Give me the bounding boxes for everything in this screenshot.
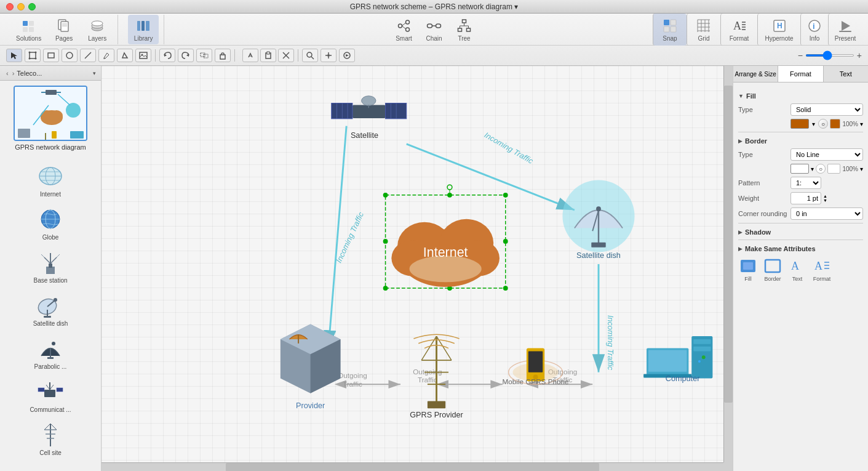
pen-tool[interactable] (98, 49, 114, 62)
clear-style-tool[interactable] (278, 49, 294, 62)
redo-tool[interactable] (178, 49, 194, 62)
border-section-header[interactable]: ▶ Border (738, 137, 863, 145)
svg-rect-29 (664, 20, 669, 25)
main-canvas[interactable]: Incoming Traffic Incoming Traffic Incomi… (102, 66, 733, 471)
vertical-scrollbar[interactable] (723, 66, 733, 462)
solutions-button[interactable]: Solutions (11, 15, 46, 44)
zoom-out-button[interactable]: − (798, 50, 803, 60)
svg-rect-51 (839, 31, 851, 32)
svg-rect-23 (458, 28, 462, 31)
ellipse-tool[interactable] (62, 49, 78, 62)
border-gradient-bar[interactable] (827, 164, 840, 174)
group-tool[interactable] (196, 49, 212, 62)
line-tool[interactable] (80, 49, 96, 62)
back-arrow[interactable]: ‹ (5, 68, 10, 78)
diagram-thumbnail[interactable] (14, 86, 87, 141)
fill-opacity-label: 100% (842, 121, 858, 127)
sidebar-item-parabolic[interactable]: Parabolic ... (0, 331, 101, 374)
fill-gradient-circle[interactable]: ○ (818, 119, 828, 129)
sidebar-item-base-station[interactable]: Base station (0, 244, 101, 288)
grid-button[interactable]: Grid (687, 14, 720, 46)
make-same-arrow: ▶ (738, 246, 743, 252)
image-tool[interactable] (135, 49, 151, 62)
corner-rounding-label: Corner rounding (738, 210, 790, 217)
layers-button[interactable]: Layers (82, 15, 113, 44)
shadow-section-header[interactable]: ▶ Shadow (738, 228, 863, 236)
border-color-swatch[interactable] (790, 164, 809, 174)
sidebar-item-cell-site[interactable]: Cell site (0, 417, 101, 460)
app-layout: ‹ › Teleco... ▾ (0, 66, 868, 471)
panel-dropdown-arrow[interactable]: ▾ (93, 70, 96, 76)
forward-arrow[interactable]: › (11, 68, 16, 78)
fill-type-control: Solid Linear Radial None (790, 103, 863, 116)
shadow-section-title: Shadow (745, 228, 771, 236)
make-same-text[interactable]: A Text (787, 257, 807, 282)
maximize-button[interactable] (28, 3, 36, 10)
separator3 (298, 49, 298, 62)
tab-text[interactable]: Text (824, 66, 868, 82)
svg-line-60 (85, 52, 91, 58)
make-same-section-header[interactable]: ▶ Make Same Attributes (738, 245, 863, 252)
tab-format[interactable]: Format (778, 66, 823, 82)
border-type-label: Type (738, 151, 790, 158)
zoom-in-button[interactable]: + (857, 50, 862, 60)
library-label: Library (134, 35, 153, 42)
make-same-fill-label: Fill (744, 276, 752, 282)
border-gradient-circle[interactable]: ○ (816, 164, 826, 174)
fill-section-header[interactable]: ▼ Fill (738, 92, 863, 100)
horizontal-scrollbar[interactable] (102, 462, 723, 471)
fill-dropdown-arrow[interactable]: ▾ (811, 119, 816, 129)
search-tool[interactable] (302, 49, 318, 62)
weight-input[interactable] (790, 192, 821, 204)
present-button[interactable]: Present (828, 14, 862, 46)
fill-opacity-arrow[interactable]: ▾ (860, 121, 863, 127)
sidebar-item-globe[interactable]: Globe (0, 201, 101, 244)
paste-style-tool[interactable] (260, 49, 276, 62)
weight-spinner[interactable]: ▲ ▼ (823, 194, 827, 203)
sidebar-item-communicat[interactable]: Communicat ... (0, 374, 101, 417)
resize-tool[interactable] (25, 49, 41, 62)
fill-color-row: ▾ ○ 100% ▾ (738, 119, 863, 129)
sidebar-item-antenna[interactable]: Antenna (0, 460, 101, 471)
undo-tool[interactable] (159, 49, 175, 62)
close-button[interactable] (6, 3, 14, 10)
rect-tool[interactable] (43, 49, 59, 62)
make-same-fill[interactable]: Fill (738, 257, 758, 282)
weight-spin-up[interactable]: ▲ (823, 194, 827, 198)
pages-button[interactable]: Pages (49, 15, 79, 44)
make-same-format[interactable]: A Format (812, 257, 832, 282)
format-button[interactable]: A Format (720, 14, 757, 46)
sidebar-item-internet[interactable]: Internet (0, 158, 101, 201)
hypernote-button[interactable]: H Hypernote (757, 14, 800, 46)
border-type-select[interactable]: No Line Solid Dashed (790, 148, 863, 161)
weight-spin-down[interactable]: ▼ (823, 198, 827, 203)
chain-button[interactable]: Chain (420, 15, 448, 44)
fill-color-swatch[interactable] (790, 119, 809, 129)
tree-button[interactable]: Tree (450, 15, 478, 44)
border-dropdown-arrow[interactable]: ▾ (811, 166, 814, 172)
right-panel: Arrange & Size Format Text ▼ Fill Type S… (733, 66, 868, 471)
library-button[interactable]: Library (128, 15, 159, 44)
transform-tool[interactable] (117, 49, 133, 62)
tab-arrange-size[interactable]: Arrange & Size (733, 66, 778, 82)
action-tool[interactable] (339, 49, 355, 62)
sidebar-item-satellite-dish[interactable]: Satellite dish (0, 288, 101, 331)
snap-button[interactable]: Snap (653, 14, 687, 46)
zoom-slider[interactable] (805, 54, 854, 57)
select-tool[interactable] (6, 49, 22, 62)
pattern-control: 1: 2: (790, 177, 863, 189)
minimize-button[interactable] (17, 3, 25, 10)
pattern-select[interactable]: 1: 2: (790, 177, 821, 189)
smart-button[interactable]: Smart (390, 15, 418, 44)
fill-type-select[interactable]: Solid Linear Radial None (790, 103, 863, 116)
copy-style-tool[interactable] (242, 49, 258, 62)
make-same-border[interactable]: Border (763, 257, 782, 282)
pan-tool[interactable] (321, 49, 336, 62)
fill-gradient-bar[interactable] (830, 119, 840, 129)
info-button[interactable]: i Info (800, 14, 828, 46)
svg-line-18 (402, 26, 406, 29)
corner-rounding-select[interactable]: 0 in 0.1 in (790, 207, 863, 220)
lock-tool[interactable] (215, 49, 231, 62)
corner-rounding-row: Corner rounding 0 in 0.1 in (738, 207, 863, 220)
border-opacity-arrow[interactable]: ▾ (860, 166, 863, 172)
